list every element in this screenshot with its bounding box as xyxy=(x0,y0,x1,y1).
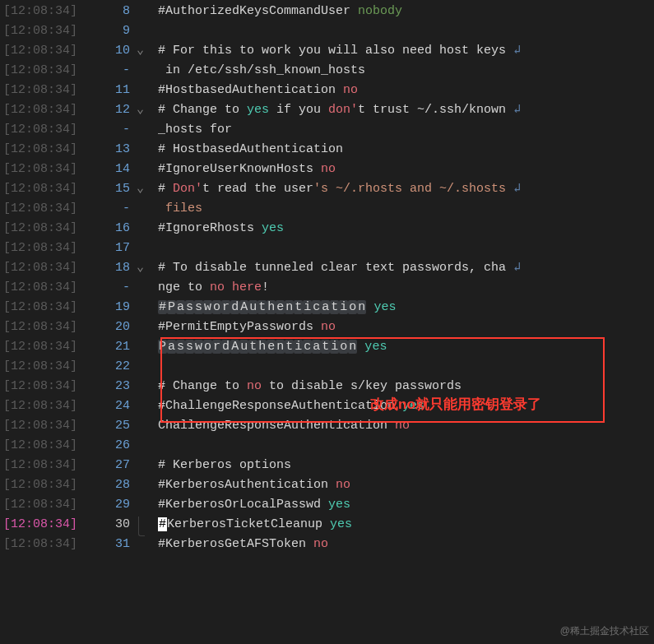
gutter: ⌄ xyxy=(137,100,158,120)
fold-open-icon[interactable]: ⌄ xyxy=(137,103,144,117)
code-content[interactable]: # HostbasedAuthentication xyxy=(158,140,654,160)
code-content[interactable]: files xyxy=(158,199,654,219)
watermark: @稀土掘金技术社区 xyxy=(560,621,649,641)
fold-open-icon[interactable]: ⌄ xyxy=(137,44,144,58)
editor-line[interactable]: [12:08:34]12⌄# Change to yes if you don'… xyxy=(0,100,654,120)
code-content[interactable]: # To disable tunneled clear text passwor… xyxy=(158,258,654,278)
editor-line[interactable]: [12:08:34]11#HostbasedAuthentication no xyxy=(0,81,654,100)
line-number: 17 xyxy=(87,239,137,258)
timestamp: [12:08:34] xyxy=(0,199,87,219)
editor-line[interactable]: [12:08:34]22 xyxy=(0,357,654,377)
line-number: 19 xyxy=(87,298,137,317)
timestamp: [12:08:34] xyxy=(0,535,87,554)
editor-line[interactable]: [12:08:34]15⌄# Don't read the user's ~/.… xyxy=(0,179,654,199)
code-content[interactable]: PasswordAuthentication yes xyxy=(158,337,654,357)
line-number: 21 xyxy=(87,337,137,357)
line-number: - xyxy=(87,278,137,298)
cursor: # xyxy=(158,517,167,531)
code-content[interactable]: nge to no here! xyxy=(158,278,654,298)
editor-line[interactable]: [12:08:34]21PasswordAuthentication yes xyxy=(0,337,654,357)
gutter: ⌄ xyxy=(137,258,158,278)
code-content[interactable]: #KerberosTicketCleanup yes xyxy=(158,515,654,535)
fold-end-icon xyxy=(138,517,145,536)
timestamp: [12:08:34] xyxy=(0,278,87,298)
code-content[interactable]: # Kerberos options xyxy=(158,456,654,475)
line-number: 22 xyxy=(87,357,137,377)
code-content[interactable]: #AuthorizedKeysCommandUser nobody xyxy=(158,2,654,21)
editor-line[interactable]: [12:08:34]16#IgnoreRhosts yes xyxy=(0,219,654,239)
code-content[interactable]: #ChallengeResponseAuthentication yes xyxy=(158,396,654,416)
fold-open-icon[interactable]: ⌄ xyxy=(137,182,144,196)
line-number: 14 xyxy=(87,160,137,179)
gutter: ⌄ xyxy=(137,179,158,199)
line-number: 26 xyxy=(87,436,137,456)
code-content[interactable]: # Don't read the user's ~/.rhosts and ~/… xyxy=(158,179,654,199)
editor-line[interactable]: [12:08:34]8#AuthorizedKeysCommandUser no… xyxy=(0,2,654,21)
timestamp: [12:08:34] xyxy=(0,515,87,535)
line-number: 13 xyxy=(87,140,137,160)
timestamp: [12:08:34] xyxy=(0,396,87,416)
line-number: 15 xyxy=(87,179,137,199)
code-content[interactable]: in /etc/ssh/ssh_known_hosts xyxy=(158,61,654,81)
editor-line[interactable]: [12:08:34]19#PasswordAuthentication yes xyxy=(0,298,654,317)
fold-open-icon[interactable]: ⌄ xyxy=(137,261,144,275)
editor-line[interactable]: [12:08:34]24#ChallengeResponseAuthentica… xyxy=(0,396,654,416)
editor-line[interactable]: [12:08:34]26 xyxy=(0,436,654,456)
code-editor[interactable]: [12:08:34]8#AuthorizedKeysCommandUser no… xyxy=(0,0,654,554)
timestamp: [12:08:34] xyxy=(0,41,87,61)
editor-line[interactable]: [12:08:34]29#KerberosOrLocalPasswd yes xyxy=(0,495,654,515)
line-number: 9 xyxy=(87,21,137,41)
line-wrap-icon: ↲ xyxy=(513,103,521,117)
editor-line[interactable]: [12:08:34]-_hosts for xyxy=(0,120,654,140)
line-number: 31 xyxy=(87,535,137,554)
line-number: 28 xyxy=(87,475,137,495)
line-number: 29 xyxy=(87,495,137,515)
timestamp: [12:08:34] xyxy=(0,219,87,239)
editor-line[interactable]: [12:08:34]9 xyxy=(0,21,654,41)
editor-line[interactable]: [12:08:34]17 xyxy=(0,239,654,258)
line-number: 27 xyxy=(87,456,137,475)
line-number: 23 xyxy=(87,377,137,396)
editor-line[interactable]: [12:08:34]30#KerberosTicketCleanup yes xyxy=(0,515,654,535)
editor-line[interactable]: [12:08:34]14#IgnoreUserKnownHosts no xyxy=(0,160,654,179)
code-content[interactable]: # Change to no to disable s/key password… xyxy=(158,377,654,396)
timestamp: [12:08:34] xyxy=(0,120,87,140)
code-content[interactable]: #PermitEmptyPasswords no xyxy=(158,317,654,337)
code-content[interactable]: _hosts for xyxy=(158,120,654,140)
editor-line[interactable]: [12:08:34]18⌄# To disable tunneled clear… xyxy=(0,258,654,278)
timestamp: [12:08:34] xyxy=(0,357,87,377)
timestamp: [12:08:34] xyxy=(0,456,87,475)
editor-line[interactable]: [12:08:34]23# Change to no to disable s/… xyxy=(0,377,654,396)
timestamp: [12:08:34] xyxy=(0,81,87,100)
code-content[interactable]: #IgnoreRhosts yes xyxy=(158,219,654,239)
editor-line[interactable]: [12:08:34]31#KerberosGetAFSToken no xyxy=(0,535,654,554)
editor-line[interactable]: [12:08:34]- files xyxy=(0,199,654,219)
code-content[interactable]: #PasswordAuthentication yes xyxy=(158,298,654,317)
timestamp: [12:08:34] xyxy=(0,61,87,81)
code-content[interactable]: ChallengeResponseAuthentication no xyxy=(158,416,654,436)
code-content[interactable]: #IgnoreUserKnownHosts no xyxy=(158,160,654,179)
editor-line[interactable]: [12:08:34]28#KerberosAuthentication no xyxy=(0,475,654,495)
timestamp: [12:08:34] xyxy=(0,160,87,179)
code-content[interactable]: #KerberosOrLocalPasswd yes xyxy=(158,495,654,515)
timestamp: [12:08:34] xyxy=(0,258,87,278)
editor-line[interactable]: [12:08:34]25ChallengeResponseAuthenticat… xyxy=(0,416,654,436)
line-number: 11 xyxy=(87,81,137,100)
timestamp: [12:08:34] xyxy=(0,337,87,357)
editor-line[interactable]: [12:08:34]- in /etc/ssh/ssh_known_hosts xyxy=(0,61,654,81)
code-content[interactable]: # Change to yes if you don't trust ~/.ss… xyxy=(158,100,654,120)
editor-line[interactable]: [12:08:34]20#PermitEmptyPasswords no xyxy=(0,317,654,337)
code-content[interactable]: # For this to work you will also need ho… xyxy=(158,41,654,61)
timestamp: [12:08:34] xyxy=(0,179,87,199)
timestamp: [12:08:34] xyxy=(0,475,87,495)
code-content[interactable]: #KerberosGetAFSToken no xyxy=(158,535,654,554)
code-content[interactable]: #HostbasedAuthentication no xyxy=(158,81,654,100)
code-content[interactable]: #KerberosAuthentication no xyxy=(158,475,654,495)
editor-line[interactable]: [12:08:34]-nge to no here! xyxy=(0,278,654,298)
editor-line[interactable]: [12:08:34]13# HostbasedAuthentication xyxy=(0,140,654,160)
timestamp: [12:08:34] xyxy=(0,377,87,396)
timestamp: [12:08:34] xyxy=(0,298,87,317)
editor-line[interactable]: [12:08:34]10⌄# For this to work you will… xyxy=(0,41,654,61)
line-number: 16 xyxy=(87,219,137,239)
editor-line[interactable]: [12:08:34]27# Kerberos options xyxy=(0,456,654,475)
